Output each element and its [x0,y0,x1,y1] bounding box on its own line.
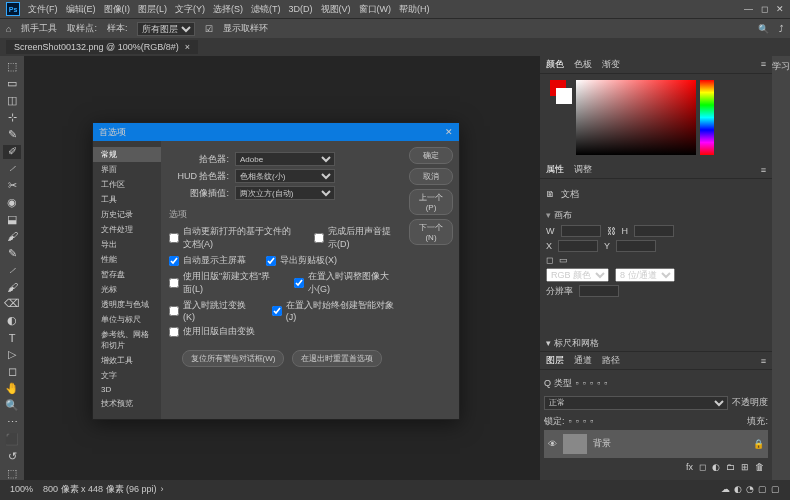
menu-type[interactable]: 文字(Y) [175,3,205,16]
trash-icon[interactable]: 🗑 [755,462,764,472]
menu-layer[interactable]: 图层(L) [138,3,167,16]
dialog-titlebar[interactable]: 首选项 ✕ [93,123,459,141]
tool-pen[interactable]: ▷ [3,348,21,362]
chk-clipboard[interactable] [266,256,276,266]
tab-color[interactable]: 颜色 [546,58,564,71]
status-icon[interactable]: ▢ [758,484,767,494]
x-input[interactable] [558,240,598,252]
tool-wand[interactable]: ✎ [3,128,21,142]
chk-resize[interactable] [294,278,304,288]
tool-frame[interactable]: ◫ [3,94,21,108]
document-tab[interactable]: ScreenShot00132.png @ 100%(RGB/8#) × [6,40,198,54]
side-scratch[interactable]: 暂存盘 [93,267,161,282]
side-3d[interactable]: 3D [93,383,161,396]
tab-channels[interactable]: 通道 [574,354,592,367]
side-plugins[interactable]: 增效工具 [93,353,161,368]
chk-legacy-free[interactable] [169,327,179,337]
fx-icon[interactable]: fx [686,462,693,472]
sample-combo[interactable]: 所有图层 [137,22,195,36]
status-icon[interactable]: ◔ [746,484,754,494]
status-icon[interactable]: ◐ [734,484,742,494]
blend-mode[interactable]: 正常 [544,396,728,410]
tool-brush[interactable]: ⬓ [3,212,21,226]
tab-swatches[interactable]: 色板 [574,58,592,71]
chk-smart-object[interactable] [272,306,282,316]
fg-bg-swatch[interactable]: ⬛ [3,432,21,446]
side-interface[interactable]: 界面 [93,162,161,177]
layer-row[interactable]: 👁 背景 🔒 [544,430,768,458]
tool-healing[interactable]: ◉ [3,195,21,209]
menu-view[interactable]: 视图(V) [321,3,351,16]
chk-legacy-new[interactable] [169,278,179,288]
home-icon[interactable]: ⌂ [6,24,11,34]
zoom-level[interactable]: 100% [10,484,33,494]
learn-icon[interactable]: 学习 [772,60,790,73]
tool-blur[interactable]: ⌫ [3,297,21,311]
color-field[interactable] [576,80,696,155]
menu-filter[interactable]: 滤镜(T) [251,3,281,16]
tool-crop[interactable]: ⟋ [3,162,21,176]
tool-type[interactable]: T [3,331,21,345]
side-type[interactable]: 文字 [93,368,161,383]
tab-paths[interactable]: 路径 [602,354,620,367]
filter-icon[interactable]: ▫ [604,378,607,388]
panel-menu-icon[interactable]: ≡ [761,59,766,69]
menu-file[interactable]: 文件(F) [28,3,58,16]
orient-icon[interactable]: ◻ [546,255,553,265]
new-layer-icon[interactable]: ⊞ [741,462,749,472]
tool-history[interactable]: ✎ [3,246,21,260]
tab-adjustments[interactable]: 调整 [574,163,592,176]
tool-more[interactable]: ⋯ [3,415,21,429]
tab-gradients[interactable]: 渐变 [602,58,620,71]
next-button[interactable]: 下一个(N) [409,219,453,245]
side-cursors[interactable]: 光标 [93,282,161,297]
tool-move[interactable]: ⬚ [3,60,21,74]
tool-dodge[interactable]: ◐ [3,314,21,328]
tool-eyedropper[interactable]: ✐ [3,145,21,159]
side-performance[interactable]: 性能 [93,252,161,267]
prev-button[interactable]: 上一个(P) [409,189,453,215]
chk-home[interactable] [169,256,179,266]
tool-quickmask[interactable]: ⬚ [3,466,21,480]
tool-shape[interactable]: ◻ [3,365,21,379]
menu-help[interactable]: 帮助(H) [399,3,430,16]
side-preview[interactable]: 技术预览 [93,396,161,411]
tab-close-icon[interactable]: × [185,42,190,52]
lock-icon[interactable]: ▫ [590,416,593,426]
filter-icon[interactable]: ▫ [583,378,586,388]
tool-stamp[interactable]: 🖌 [3,229,21,243]
reset-prefs-button[interactable]: 在退出时重置首选项 [292,350,382,367]
reset-warnings-button[interactable]: 复位所有警告对话框(W) [182,350,285,367]
chk-ring[interactable]: ☑ [205,24,213,34]
tab-layers[interactable]: 图层 [546,354,564,367]
chk-beep[interactable] [314,233,324,243]
side-filehandling[interactable]: 文件处理 [93,222,161,237]
orient-icon[interactable]: ▭ [559,255,568,265]
panel-menu-icon[interactable]: ≡ [761,356,766,366]
tool-eraser[interactable]: ⟋ [3,263,21,277]
filter-icon[interactable]: ▫ [597,378,600,388]
tool-hand[interactable]: 🤚 [3,382,21,396]
chk-autoupdate[interactable] [169,233,179,243]
picker-combo[interactable]: Adobe [235,152,335,166]
mask-icon[interactable]: ◻ [699,462,706,472]
bits-combo[interactable]: 8 位/通道 [615,268,675,282]
hud-combo[interactable]: 色相条纹(小) [235,169,335,183]
adjust-icon[interactable]: ◐ [712,462,720,472]
status-icon[interactable]: ▢ [771,484,780,494]
tool-zoom[interactable]: 🔍 [3,398,21,412]
side-tools[interactable]: 工具 [93,192,161,207]
link-icon[interactable]: ⛓ [607,226,616,236]
tool-slice[interactable]: ✂ [3,178,21,192]
lock-icon[interactable]: ▫ [583,416,586,426]
lock-icon[interactable]: ▫ [576,416,579,426]
cancel-button[interactable]: 取消 [409,168,453,185]
interp-combo[interactable]: 两次立方(自动) [235,186,335,200]
sync-icon[interactable]: ☁ [721,484,730,494]
menu-window[interactable]: 窗口(W) [359,3,392,16]
group-icon[interactable]: 🗀 [726,462,735,472]
chk-skip-transform[interactable] [169,306,179,316]
filter-icon[interactable]: ▫ [576,378,579,388]
tab-properties[interactable]: 属性 [546,163,564,176]
tool-gradient[interactable]: 🖌 [3,280,21,294]
